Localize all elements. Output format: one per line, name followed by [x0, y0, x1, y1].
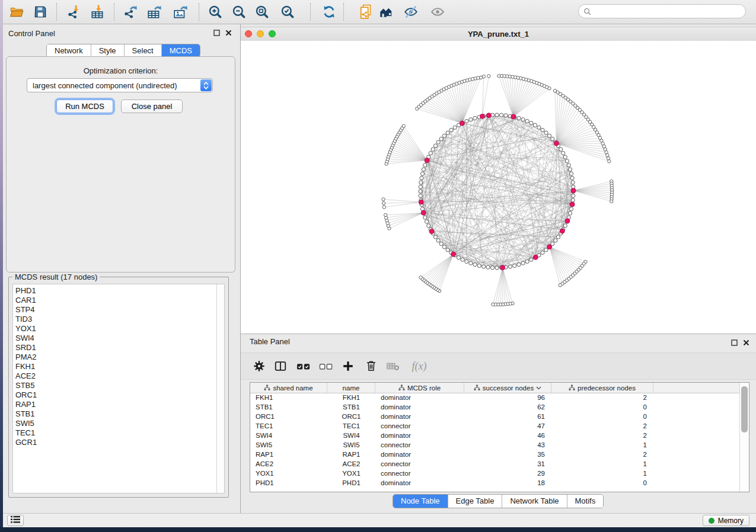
network-window-titlebar[interactable]: YPA_prune.txt_1: [241, 27, 756, 41]
table-cell[interactable]: 61: [464, 412, 551, 421]
table-row[interactable]: ACE2ACE2connector311: [250, 459, 740, 469]
mcds-result-item[interactable]: STP4: [15, 305, 217, 315]
table-cell[interactable]: SWI5: [250, 440, 327, 450]
table-cell[interactable]: connector: [375, 421, 464, 431]
table-settings-button[interactable]: [250, 358, 268, 374]
table-cell[interactable]: TEC1: [250, 421, 327, 431]
table-cell[interactable]: YOX1: [327, 469, 375, 478]
table-cell[interactable]: 29: [464, 469, 551, 478]
table-cell[interactable]: SWI4: [250, 431, 327, 440]
mcds-result-item[interactable]: ACE2: [15, 371, 217, 381]
search-box[interactable]: [578, 4, 746, 18]
table-scrollbar-thumb[interactable]: [741, 386, 748, 432]
mcds-result-item[interactable]: STB5: [15, 381, 217, 390]
table-cell[interactable]: 35: [464, 450, 551, 459]
export-network-button[interactable]: [121, 2, 140, 21]
delete-columns-button[interactable]: [362, 358, 380, 374]
table-tab-node-table[interactable]: Node Table: [393, 495, 448, 508]
search-input[interactable]: [591, 7, 741, 16]
mcds-result-item[interactable]: SRD1: [15, 343, 217, 352]
table-cell[interactable]: 43: [464, 440, 551, 450]
hide-selected-button[interactable]: [401, 2, 420, 21]
table-cell[interactable]: ACE2: [327, 459, 375, 469]
table-cell[interactable]: RAP1: [250, 450, 327, 459]
table-cell[interactable]: dominator: [375, 431, 464, 440]
select-all-rows-button[interactable]: [295, 358, 312, 374]
zoom-in-button[interactable]: [206, 2, 225, 21]
mcds-result-item[interactable]: YOX1: [15, 324, 217, 334]
table-row[interactable]: ORC1ORC1dominator610: [250, 412, 740, 421]
table-cell[interactable]: connector: [375, 459, 464, 469]
mcds-result-item[interactable]: RAP1: [15, 400, 217, 409]
export-table-button[interactable]: [145, 2, 164, 21]
table-cell[interactable]: ORC1: [250, 412, 327, 421]
table-row[interactable]: FKH1FKH1dominator962: [250, 393, 740, 402]
table-cell[interactable]: 2: [551, 393, 653, 402]
table-cell[interactable]: 1: [551, 469, 653, 478]
network-canvas[interactable]: [241, 41, 756, 334]
table-cell[interactable]: PHD1: [250, 478, 327, 488]
table-row[interactable]: RAP1RAP1dominator352: [250, 450, 740, 459]
close-panel-icon[interactable]: [225, 30, 232, 36]
table-cell[interactable]: 2: [551, 431, 653, 440]
table-cell[interactable]: ORC1: [327, 412, 375, 421]
mcds-result-item[interactable]: STB1: [15, 409, 217, 419]
table-row[interactable]: YOX1YOX1connector291: [250, 469, 740, 478]
optimization-criterion-select[interactable]: largest connected component (undirected): [27, 78, 213, 92]
network-graph[interactable]: [241, 41, 756, 334]
table-tab-edge-table[interactable]: Edge Table: [448, 495, 503, 508]
close-panel-button[interactable]: Close panel: [121, 100, 183, 113]
table-tab-network-table[interactable]: Network Table: [502, 495, 567, 508]
table-row[interactable]: SWI5SWI5connector431: [250, 440, 740, 450]
mcds-result-item[interactable]: TID3: [15, 315, 217, 324]
apply-layout-button[interactable]: [320, 2, 339, 21]
mcds-result-item[interactable]: ORC1: [15, 390, 217, 400]
table-cell[interactable]: SWI5: [327, 440, 375, 450]
mcds-list-scrollbar[interactable]: [216, 284, 224, 493]
tab-style[interactable]: Style: [91, 44, 125, 57]
run-mcds-button[interactable]: Run MCDS: [56, 100, 113, 113]
table-row[interactable]: STB1STB1dominator620: [250, 402, 740, 412]
table-cell[interactable]: 46: [464, 431, 551, 440]
show-all-button[interactable]: [428, 2, 447, 21]
zoom-out-button[interactable]: [229, 2, 248, 21]
import-table-button[interactable]: [88, 2, 107, 21]
mcds-result-item[interactable]: PMA2: [15, 352, 217, 362]
table-cell[interactable]: PHD1: [327, 478, 375, 488]
save-session-button[interactable]: [31, 2, 50, 21]
table-cell[interactable]: ACE2: [250, 459, 327, 469]
zoom-selected-button[interactable]: [278, 2, 297, 21]
column-header-name[interactable]: name: [327, 383, 375, 393]
table-cell[interactable]: 96: [464, 393, 551, 402]
table-scrollbar[interactable]: [739, 383, 749, 492]
create-column-button[interactable]: [339, 358, 357, 374]
export-image-button[interactable]: [171, 2, 190, 21]
table-cell[interactable]: 0: [551, 478, 653, 488]
task-history-button[interactable]: [7, 515, 24, 526]
column-header-shared-name[interactable]: shared name: [250, 383, 327, 393]
table-cell[interactable]: 2: [551, 450, 653, 459]
table-cell[interactable]: dominator: [375, 412, 464, 421]
table-cell[interactable]: 1: [551, 459, 653, 469]
float-panel-icon[interactable]: [213, 30, 220, 36]
column-header-predecessor-nodes[interactable]: predecessor nodes: [551, 383, 653, 393]
tab-mcds[interactable]: MCDS: [162, 44, 200, 57]
mcds-result-item[interactable]: PHD1: [15, 286, 217, 296]
table-row[interactable]: PHD1PHD1dominator180: [250, 478, 740, 488]
mcds-result-item[interactable]: TEC1: [15, 428, 217, 438]
table-cell[interactable]: FKH1: [250, 393, 327, 402]
table-row[interactable]: TEC1TEC1connector472: [250, 421, 740, 431]
table-cell[interactable]: dominator: [375, 402, 464, 412]
table-cell[interactable]: 2: [551, 421, 653, 431]
show-column-selector-button[interactable]: [272, 358, 289, 374]
mcds-result-item[interactable]: SWI4: [15, 334, 217, 343]
table-cell[interactable]: connector: [375, 440, 464, 450]
zoom-fit-button[interactable]: [253, 2, 272, 21]
table-cell[interactable]: dominator: [375, 450, 464, 459]
close-table-panel-icon[interactable]: [743, 339, 749, 346]
table-row[interactable]: SWI4SWI4dominator462: [250, 431, 740, 440]
table-cell[interactable]: 31: [464, 459, 551, 469]
table-tab-motifs[interactable]: Motifs: [567, 495, 604, 508]
column-header-MCDS-role[interactable]: MCDS role: [375, 383, 464, 393]
table-cell[interactable]: 0: [551, 412, 653, 421]
